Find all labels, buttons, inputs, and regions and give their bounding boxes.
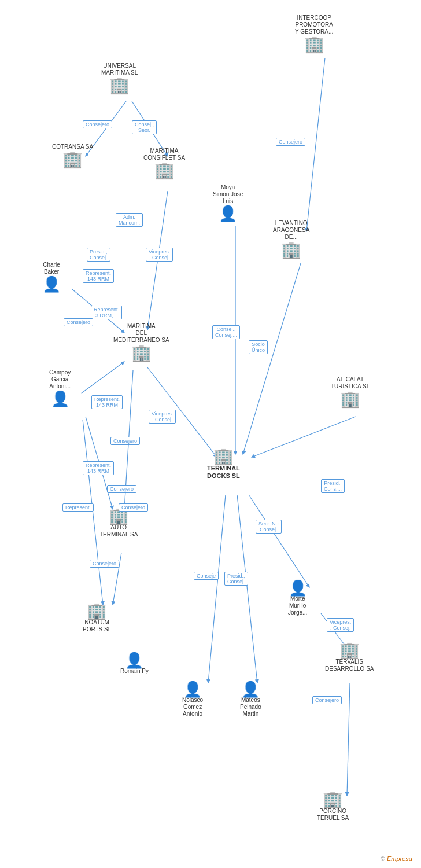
node-campoy: CampoyGarciaAntoni... 👤 [49, 369, 71, 406]
svg-line-15 [208, 495, 226, 683]
icon-nolasco: 👤 [183, 682, 202, 697]
brand-name: Empresa [387, 855, 412, 862]
badge-represent-143-2: Represent.143 RRM [91, 395, 123, 409]
diagram-container: INTERCOOPPROMOTORAY GESTORA... 🏢 UNIVERS… [0, 0, 421, 868]
label-charle-baker: CharleBaker [43, 262, 60, 275]
icon-tervalis: 🏢 [339, 642, 360, 659]
badge-consejero-noatum: Consejero [90, 560, 119, 568]
icon-morte: 👤 [289, 580, 307, 595]
icon-mateos: 👤 [241, 682, 260, 697]
label-morte: MorteMurilloJorge... [288, 595, 307, 616]
label-maritima-med: MARITIMADELMEDITERRANEO SA [113, 323, 169, 344]
label-intercoop: INTERCOOPPROMOTORAY GESTORA... [295, 14, 333, 35]
label-maritima-consiflet: MARITIMACONSIFLET SA [143, 148, 185, 161]
badge-represent-143-3: Represent.143 RRM [83, 461, 114, 475]
node-morte: 👤 MorteMurilloJorge... [288, 580, 307, 617]
icon-universal: 🏢 [109, 78, 130, 94]
label-tervalis: TERVALISDESARROLLO SA [325, 659, 374, 672]
node-noatum: 🏢 NOATUMPORTS SL [83, 603, 111, 634]
node-charle-baker: CharleBaker 👤 [42, 262, 61, 292]
connection-lines [0, 0, 421, 868]
badge-consejero-tervalis: Consejero [312, 696, 342, 704]
icon-maritima-consiflet: 🏢 [154, 163, 175, 179]
label-nolasco: NolascoGomezAntonio [182, 697, 203, 718]
badge-conseje: Conseje [194, 572, 219, 580]
node-cotransa: COTRANSA SA 🏢 [52, 144, 93, 168]
badge-consejero-5: Consejero [119, 503, 148, 512]
badge-represent-2: Represent. [62, 503, 94, 512]
badge-presid-consej-2: Presid.,Consej. [224, 572, 248, 586]
icon-maritima-med: 🏢 [131, 345, 152, 361]
badge-presid-cons: Presid.,Cons.... [321, 479, 345, 493]
badge-vicepres-consej-3: Vicepres., Consej. [327, 618, 354, 632]
label-moya: MoyaSimon JoseLuis [213, 184, 243, 205]
badge-represent-3rrm: Represent.3 RRM,... [91, 306, 122, 319]
node-auto-terminal: 🏢 AUTOTERMINAL SA [99, 508, 138, 539]
svg-line-16 [237, 495, 257, 683]
badge-consejero-intercoop: Consejero [276, 138, 305, 146]
icon-romain-py: 👤 [125, 653, 143, 668]
icon-charle-baker: 👤 [42, 277, 61, 292]
label-cotransa: COTRANSA SA [52, 144, 93, 150]
icon-terminal-docks: 🏢 [213, 448, 234, 465]
icon-moya: 👤 [219, 206, 237, 221]
badge-represent-143-1: Represent.143 RRM [83, 269, 114, 283]
label-levantino: LEVANTINOARAGONESADE... [273, 220, 309, 241]
label-romain-py: Romain Py [120, 668, 149, 675]
icon-campoy: 👤 [51, 391, 69, 406]
label-mateos: MateosPeinadoMartin [240, 697, 261, 718]
badge-consej-consej: Consej.,Consej.... [212, 325, 240, 339]
badge-presid-consej-1: Presid.,Consej. [87, 248, 110, 262]
node-nolasco: 👤 NolascoGomezAntonio [182, 682, 203, 719]
label-porcino: PORCINOTERUEL SA [317, 808, 349, 822]
label-campoy: CampoyGarciaAntoni... [49, 369, 71, 390]
icon-intercoop: 🏢 [304, 36, 324, 53]
badge-consejero-3: Consejero [110, 437, 140, 445]
node-terminal-docks: 🏢 TERMINALDOCKS SL [207, 448, 240, 481]
label-alcalat: AL-CALATTURISTICA SL [331, 376, 370, 390]
icon-alcalat: 🏢 [340, 391, 360, 407]
node-porcino: 🏢 PORCINOTERUEL SA [317, 792, 349, 823]
label-universal: UNIVERSALMARITIMA SL [101, 62, 138, 76]
node-intercoop: INTERCOOPPROMOTORAY GESTORA... 🏢 [295, 14, 333, 53]
label-noatum: NOATUMPORTS SL [83, 619, 111, 633]
node-tervalis: 🏢 TERVALISDESARROLLO SA [325, 642, 374, 674]
node-alcalat: AL-CALATTURISTICA SL 🏢 [331, 376, 370, 407]
svg-line-2 [306, 58, 325, 231]
node-romain-py: 👤 Romain Py [120, 653, 149, 676]
node-universal: UNIVERSALMARITIMA SL 🏢 [101, 62, 138, 94]
svg-line-12 [252, 417, 356, 457]
svg-line-14 [347, 683, 350, 796]
badge-consejero-4: Consejero [107, 485, 136, 493]
badge-consej-seor: Consej.,Seor. [132, 120, 157, 134]
node-maritima-consiflet: MARITIMACONSIFLET SA 🏢 [143, 148, 185, 179]
badge-consejero-2: Consejero [64, 318, 93, 326]
node-maritima-med: MARITIMADELMEDITERRANEO SA 🏢 [113, 323, 169, 361]
label-auto-terminal: AUTOTERMINAL SA [99, 524, 138, 538]
icon-porcino: 🏢 [323, 792, 343, 808]
label-terminal-docks: TERMINALDOCKS SL [207, 465, 240, 480]
node-moya: MoyaSimon JoseLuis 👤 [213, 184, 243, 221]
badge-secr-no-consej: Secr. NoConsej. [256, 520, 282, 534]
icon-levantino: 🏢 [281, 242, 301, 258]
icon-cotransa: 🏢 [62, 152, 83, 168]
copyright: © Empresa [381, 855, 412, 862]
icon-noatum: 🏢 [87, 603, 107, 619]
badge-adm-mancom: Adm.Mancom. [116, 213, 143, 227]
svg-line-8 [81, 362, 124, 393]
node-levantino: LEVANTINOARAGONESADE... 🏢 [273, 220, 309, 258]
svg-line-11 [249, 495, 309, 587]
node-mateos: 👤 MateosPeinadoMartin [240, 682, 261, 719]
badge-vicepres-consej-1: Vicepres., Consej. [146, 248, 173, 262]
svg-line-5 [243, 263, 301, 454]
badge-vicepres-consej-2: Vicepres., Consej. [149, 410, 176, 424]
badge-socio-unico: SocioÚnico [249, 340, 268, 354]
badge-consejero-1: Consejero [83, 120, 112, 128]
